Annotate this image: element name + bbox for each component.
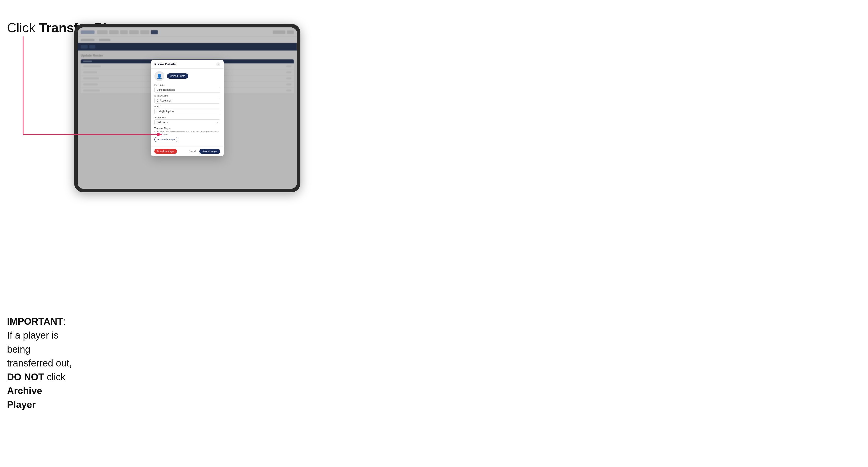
important-label: IMPORTANT — [7, 316, 63, 327]
modal-footer: ⚑ Archive Player Cancel Save Changes — [151, 147, 224, 156]
school-year-label: School Year — [154, 116, 220, 119]
archive-player-button[interactable]: ⚑ Archive Player — [154, 149, 177, 154]
transfer-player-section: Transfer Player If this player has moved… — [154, 127, 220, 142]
school-year-select[interactable]: First Year Second Year Third Year Fourth… — [154, 119, 220, 125]
transfer-icon: ⟳ — [157, 138, 159, 141]
transfer-section-description: If this player has moved to another scho… — [154, 130, 220, 135]
full-name-group: Full Name — [154, 84, 220, 93]
tablet-screen: › Update Roster — [78, 27, 297, 189]
upload-photo-button[interactable]: Upload Photo — [167, 73, 188, 79]
modal-close-button[interactable]: × — [216, 62, 220, 66]
footer-right-actions: Cancel Save Changes — [187, 149, 220, 154]
display-name-input[interactable] — [154, 98, 220, 103]
transfer-section-label: Transfer Player — [154, 127, 220, 129]
school-year-group: School Year First Year Second Year Third… — [154, 116, 220, 125]
avatar-row: 👤 Upload Photo — [154, 71, 220, 81]
save-changes-button[interactable]: Save Changes — [199, 149, 220, 154]
player-details-modal: Player Details × 👤 Upload Photo — [151, 60, 224, 156]
email-input[interactable] — [154, 108, 220, 114]
modal-overlay: Player Details × 👤 Upload Photo — [78, 27, 297, 189]
archive-player-label: Archive Player — [7, 385, 42, 410]
full-name-input[interactable] — [154, 87, 220, 93]
modal-title: Player Details — [154, 62, 176, 66]
transfer-btn-label: Transfer Player — [160, 138, 176, 141]
email-label: Email — [154, 105, 220, 108]
archive-icon: ⚑ — [157, 150, 159, 153]
display-name-label: Display Name — [154, 94, 220, 97]
do-not-text: click — [44, 372, 65, 382]
tablet-device: › Update Roster — [74, 24, 300, 192]
archive-btn-label: Archive Player — [160, 150, 175, 153]
modal-body: 👤 Upload Photo Full Name Display Name — [151, 69, 224, 147]
modal-header: Player Details × — [151, 60, 224, 69]
avatar: 👤 — [154, 71, 164, 81]
display-name-group: Display Name — [154, 94, 220, 103]
instruction-prefix: Click — [7, 20, 39, 35]
email-group: Email — [154, 105, 220, 114]
full-name-label: Full Name — [154, 84, 220, 86]
cancel-button[interactable]: Cancel — [187, 149, 198, 154]
do-not-label: DO NOT — [7, 372, 44, 382]
transfer-player-button[interactable]: ⟳ Transfer Player — [154, 137, 178, 142]
avatar-icon: 👤 — [157, 73, 162, 79]
instruction-bottom: IMPORTANT: If a player is being transfer… — [7, 315, 72, 412]
